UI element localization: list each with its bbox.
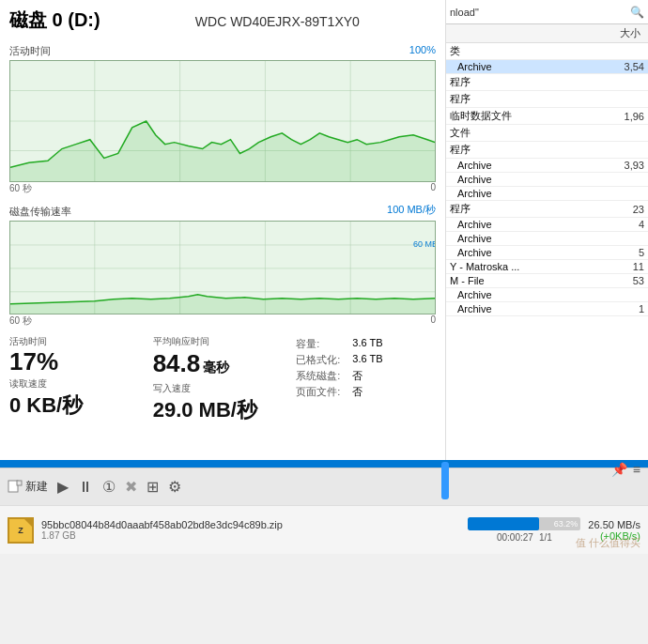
file-list[interactable]: 类 Archive 3,54 程序 程序 临时数据文件 1,96 文件 bbox=[446, 43, 648, 454]
zip-icon: Z bbox=[8, 517, 34, 544]
download-filename: 95bbc08044b84d0aaabf458ab02bd8e3dc94c89b… bbox=[41, 519, 304, 530]
speed-value: 26.50 MB/s bbox=[588, 519, 640, 530]
separator-bar bbox=[0, 460, 648, 468]
progress-bar-wrap: 63.2% bbox=[468, 517, 580, 530]
svg-marker-7 bbox=[10, 121, 435, 181]
search-input[interactable] bbox=[450, 7, 630, 18]
col-size-label: 大小 bbox=[620, 26, 640, 40]
time-left-1: 60 秒 bbox=[9, 182, 32, 195]
pause-button[interactable]: ⏸ bbox=[78, 479, 93, 496]
list-item[interactable]: 程序 bbox=[446, 91, 648, 108]
list-item[interactable]: 文件 bbox=[446, 125, 648, 142]
active-time-value: 17% bbox=[9, 349, 149, 374]
time-right-1: 0 bbox=[430, 182, 436, 195]
activity-label: 活动时间 bbox=[9, 44, 51, 58]
grid-button[interactable]: ⊞ bbox=[147, 478, 159, 496]
corner-icons: 📌 ≡ bbox=[611, 462, 640, 477]
disk-model: WDC WD40EJRX-89T1XY0 bbox=[100, 14, 436, 29]
capacity-value: 3.6 TB bbox=[352, 337, 382, 351]
progress-section: 63.2% 00:00:27 1/1 bbox=[468, 517, 580, 543]
pin-icon[interactable]: 📌 bbox=[611, 462, 627, 477]
list-item[interactable]: Archive bbox=[446, 232, 648, 246]
write-speed-value: 29.0 MB/秒 bbox=[153, 396, 293, 424]
capacity-label: 容量: bbox=[296, 337, 352, 351]
disk-title: 磁盘 0 (D:) bbox=[9, 8, 100, 33]
search-bar[interactable]: 🔍 bbox=[446, 0, 648, 24]
list-item[interactable]: M - File 53 bbox=[446, 274, 648, 288]
avg-response-unit: 毫秒 bbox=[203, 360, 229, 376]
active-time-label: 活动时间 bbox=[9, 335, 149, 348]
avg-response-value: 84.8 bbox=[153, 349, 201, 378]
play-button[interactable]: ▶ bbox=[57, 478, 69, 496]
transfer-max: 100 MB/秒 bbox=[387, 203, 436, 217]
system-disk-label: 系统磁盘: bbox=[296, 369, 352, 383]
progress-bar-fill bbox=[468, 517, 539, 530]
disk-monitor-panel: 磁盘 0 (D:) WDC WD40EJRX-89T1XY0 活动时间 100% bbox=[0, 0, 446, 460]
formatted-label: 已格式化: bbox=[296, 353, 352, 367]
list-item[interactable]: 临时数据文件 1,96 bbox=[446, 108, 648, 125]
download-time-row: 00:00:27 1/1 bbox=[497, 532, 552, 543]
activity-chart bbox=[9, 60, 436, 182]
list-item[interactable]: Y - Matroska ... 11 bbox=[446, 260, 648, 274]
list-item[interactable]: Archive 5 bbox=[446, 246, 648, 260]
read-speed-label: 读取速度 bbox=[9, 377, 149, 391]
avg-response-label: 平均响应时间 bbox=[153, 335, 293, 348]
list-item[interactable]: 程序 bbox=[446, 142, 648, 159]
new-button[interactable]: 新建 bbox=[8, 479, 48, 495]
list-item[interactable]: 程序 bbox=[446, 74, 648, 91]
menu-icon[interactable]: ≡ bbox=[633, 462, 640, 477]
delete-button[interactable]: ✖ bbox=[125, 478, 137, 496]
progress-text: 63.2% bbox=[554, 517, 579, 530]
page-file-value: 否 bbox=[352, 385, 363, 399]
list-item[interactable]: Archive 1 bbox=[446, 302, 648, 316]
activity-percent: 100% bbox=[409, 44, 436, 55]
transfer-label: 磁盘传输速率 bbox=[9, 205, 71, 219]
list-item[interactable]: Archive 3,93 bbox=[446, 159, 648, 173]
system-disk-value: 否 bbox=[352, 369, 363, 383]
svg-rect-19 bbox=[17, 481, 22, 485]
list-item[interactable]: Archive 4 bbox=[446, 218, 648, 232]
svg-text:60 MB/秒: 60 MB/秒 bbox=[413, 239, 435, 249]
transfer-chart: 60 MB/秒 bbox=[9, 221, 436, 314]
scroll-indicator bbox=[441, 462, 449, 499]
list-item[interactable]: Archive bbox=[446, 288, 648, 302]
list-item[interactable]: Archive bbox=[446, 187, 648, 201]
col-header: 大小 bbox=[446, 24, 648, 43]
list-item[interactable]: Archive bbox=[446, 173, 648, 187]
page-file-label: 页面文件: bbox=[296, 385, 352, 399]
list-item[interactable]: 程序 23 bbox=[446, 201, 648, 218]
read-speed-value: 0 KB/秒 bbox=[9, 391, 149, 420]
settings-button[interactable]: ⚙ bbox=[168, 478, 181, 496]
new-icon bbox=[8, 480, 23, 495]
time-right-2: 0 bbox=[430, 314, 436, 328]
watermark: 值 什么值得买 bbox=[576, 536, 640, 550]
list-item[interactable]: 类 bbox=[446, 43, 648, 60]
list-item[interactable]: Archive 3,54 bbox=[446, 60, 648, 74]
time-left-2: 60 秒 bbox=[9, 314, 32, 328]
download-filesize: 1.87 GB bbox=[41, 530, 460, 541]
new-label: 新建 bbox=[25, 479, 48, 495]
download-toolbar: 新建 ▶ ⏸ ① ✖ ⊞ ⚙ bbox=[0, 468, 648, 505]
files-progress: 1/1 bbox=[539, 532, 552, 543]
formatted-value: 3.6 TB bbox=[352, 353, 382, 367]
file-panel: 🔍 大小 类 Archive 3,54 程序 程序 bbox=[446, 0, 648, 460]
search-icon[interactable]: 🔍 bbox=[630, 6, 644, 19]
info-button[interactable]: ① bbox=[102, 478, 116, 496]
write-speed-label: 写入速度 bbox=[153, 382, 293, 395]
download-item: Z 95bbc08044b84d0aaabf458ab02bd8e3dc94c8… bbox=[0, 505, 648, 554]
download-info: 95bbc08044b84d0aaabf458ab02bd8e3dc94c89b… bbox=[41, 519, 460, 541]
time-elapsed: 00:00:27 bbox=[497, 532, 533, 543]
